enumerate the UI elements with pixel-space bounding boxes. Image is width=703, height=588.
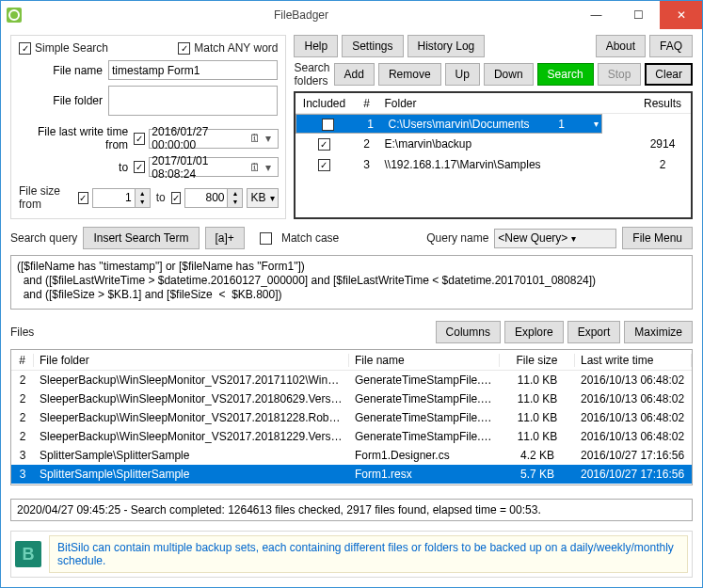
file-row[interactable]: 3SplitterSample\SplitterSampleForm1.Desi…	[11, 446, 692, 465]
lwt-to-checkbox[interactable]: ✓	[134, 161, 145, 173]
lwt-from-checkbox[interactable]: ✓	[134, 133, 145, 145]
clear-button[interactable]: Clear	[645, 63, 693, 86]
size-from-label: File size from	[19, 184, 72, 211]
query-name-select[interactable]: <New Query>	[494, 229, 616, 248]
export-button[interactable]: Export	[567, 321, 621, 343]
match-any-label: Match ANY word	[194, 41, 278, 55]
search-folders-label: Search folders	[294, 61, 329, 87]
titlebar: FileBadger — ☐ ✕	[1, 1, 702, 29]
folders-header: Included # Folder Results	[296, 93, 691, 114]
file-row[interactable]: 2SleeperBackup\WinSleepMonitor_VS2017.20…	[11, 389, 692, 408]
size-from-stepper[interactable]: ▲▼	[136, 188, 151, 208]
files-table[interactable]: # File folder File name File size Last w…	[10, 349, 693, 485]
file-name-label: File name	[19, 64, 108, 77]
query-text[interactable]: ([$fileName has "timestamp"] or [$fileNa…	[10, 255, 693, 310]
close-button[interactable]: ✕	[660, 1, 702, 29]
file-folder-input[interactable]	[108, 86, 278, 116]
stop-button[interactable]: Stop	[598, 63, 642, 86]
maximize-button[interactable]: ☐	[617, 1, 660, 29]
maximize-list-button[interactable]: Maximize	[624, 321, 693, 343]
help-button[interactable]: Help	[294, 35, 338, 57]
lwt-from-label: File last write time from	[19, 125, 134, 151]
match-any-checkbox[interactable]: ✓	[178, 42, 190, 55]
files-label: Files	[10, 326, 432, 339]
add-button[interactable]: Add	[334, 63, 375, 86]
about-button[interactable]: About	[596, 35, 646, 57]
match-case-label: Match case	[281, 231, 339, 245]
status-bar: 2020/04/27 09:45:25 - Search completed: …	[10, 499, 693, 521]
file-row[interactable]: 3SplitterSample\SplitterSampleForm1.resx…	[11, 465, 692, 484]
columns-button[interactable]: Columns	[436, 321, 501, 343]
simple-search-panel: ✓ Simple Search ✓ Match ANY word File na…	[10, 35, 286, 219]
dropdown-icon[interactable]: ▾	[262, 132, 275, 145]
simple-search-label: Simple Search	[35, 41, 108, 55]
folder-row[interactable]: ✓1C:\Users\marvin\Documents1	[296, 114, 601, 134]
folder-row[interactable]: ✓2E:\marvin\backup2914	[296, 134, 691, 154]
folder-row[interactable]: ✓3\\192.168.1.17\Marvin\Samples2	[296, 154, 691, 175]
window-title: FileBadger	[27, 8, 575, 22]
size-to-stepper[interactable]: ▲▼	[228, 188, 243, 208]
lwt-to-input[interactable]: 2017/01/01 08:08:24	[152, 154, 248, 181]
file-row[interactable]: 2SleeperBackup\WinSleepMonitor_VS2017.20…	[11, 371, 692, 389]
file-folder-label: File folder	[19, 94, 108, 107]
app-icon	[7, 8, 22, 23]
folders-table[interactable]: Included # Folder Results ✓1C:\Users\mar…	[294, 91, 693, 219]
file-menu-button[interactable]: File Menu	[622, 227, 693, 249]
size-to-input[interactable]	[184, 188, 228, 208]
size-to-checkbox[interactable]: ✓	[171, 192, 182, 204]
calendar-icon[interactable]: 🗓	[248, 161, 262, 174]
remove-button[interactable]: Remove	[378, 63, 441, 86]
faq-button[interactable]: FAQ	[649, 35, 693, 57]
insert-term-button[interactable]: Insert Search Term	[83, 227, 199, 249]
size-unit-select[interactable]: KB	[247, 188, 278, 208]
calendar-icon[interactable]: 🗓	[248, 132, 262, 145]
dropdown-icon[interactable]: ▾	[262, 161, 275, 174]
a-plus-button[interactable]: [a]+	[205, 227, 245, 249]
query-name-label: Query name	[426, 231, 488, 245]
up-button[interactable]: Up	[445, 63, 480, 86]
bitsilo-icon: B	[15, 541, 41, 567]
files-header: # File folder File name File size Last w…	[11, 350, 692, 371]
down-button[interactable]: Down	[484, 63, 534, 86]
settings-button[interactable]: Settings	[342, 35, 403, 57]
lwt-from-input[interactable]: 2016/01/27 00:00:00	[152, 125, 248, 151]
match-case-checkbox[interactable]	[260, 232, 272, 245]
explore-button[interactable]: Explore	[504, 321, 564, 343]
history-button[interactable]: History Log	[407, 35, 486, 57]
promo-link[interactable]: BitSilo can contain multiple backup sets…	[49, 535, 688, 573]
file-name-input[interactable]	[108, 60, 278, 80]
size-from-checkbox[interactable]: ✓	[78, 192, 88, 204]
lwt-to-label: to	[19, 161, 134, 174]
simple-search-checkbox[interactable]: ✓	[19, 42, 31, 55]
promo-bar: B BitSilo can contain multiple backup se…	[10, 531, 693, 578]
search-query-label: Search query	[10, 231, 77, 245]
file-row[interactable]: 2SleeperBackup\WinSleepMonitor_VS2017.20…	[11, 408, 692, 427]
search-button[interactable]: Search	[537, 63, 594, 86]
size-from-input[interactable]	[92, 188, 136, 208]
minimize-button[interactable]: —	[575, 1, 617, 29]
size-to-label: to	[156, 191, 166, 204]
file-row[interactable]: 2SleeperBackup\WinSleepMonitor_VS2017.20…	[11, 427, 692, 446]
